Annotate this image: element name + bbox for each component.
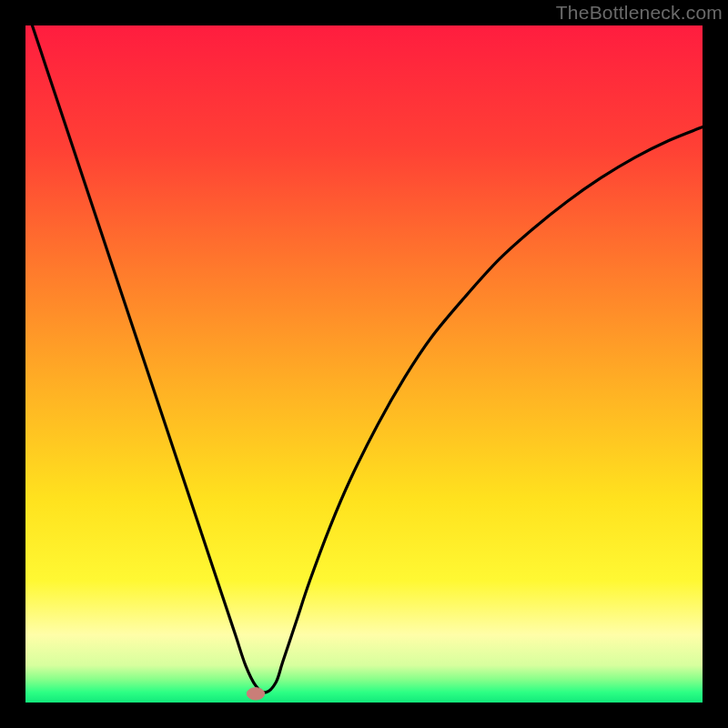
plot-svg (25, 25, 703, 703)
min-marker (247, 688, 264, 700)
plot-area (25, 25, 703, 703)
chart-frame: TheBottleneck.com (0, 0, 728, 728)
gradient-background (25, 25, 703, 703)
attribution-text: TheBottleneck.com (556, 2, 723, 24)
